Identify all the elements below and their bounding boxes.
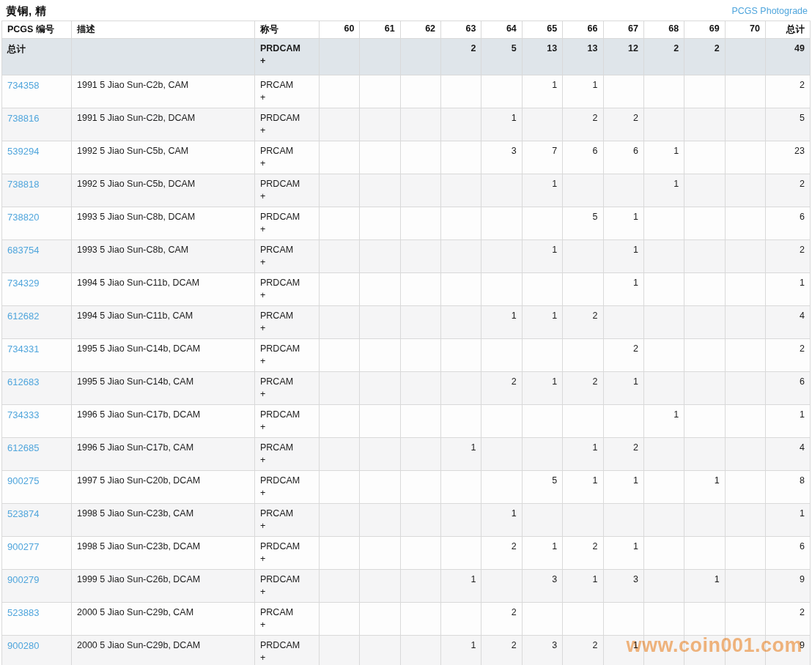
designation-code: PRDCAM: [260, 640, 314, 650]
designation-plus: +: [260, 356, 314, 366]
pcgs-number-link[interactable]: 523883: [7, 607, 39, 618]
pcgs-number-link[interactable]: 612683: [7, 376, 39, 387]
pcgs-number-link[interactable]: 612682: [7, 311, 39, 322]
designation-code: PRDCAM: [260, 475, 314, 486]
grade-count-68: [643, 207, 684, 240]
grade-count-62: [400, 504, 440, 537]
grade-count-61: [360, 108, 400, 141]
pcgs-number-link[interactable]: 738820: [7, 212, 39, 223]
grade-count-61: [360, 636, 400, 665]
grade-count-63: [441, 141, 481, 174]
designation-code: PRDCAM: [260, 541, 314, 551]
table-row: 7343311995 5 Jiao Sun-C14b, DCAMPRDCAM+2…: [2, 339, 811, 372]
grade-count-64: [481, 405, 522, 438]
grade-count-68: 1: [643, 141, 684, 174]
pcgs-number-link[interactable]: 900279: [7, 574, 39, 585]
grade-count-65: 3: [522, 636, 562, 665]
grade-count-61: [360, 438, 400, 471]
grade-count-64: 1: [481, 504, 522, 537]
grade-count-68: [643, 372, 684, 405]
table-row: 7388181992 5 Jiao Sun-C5b, DCAMPRDCAM+11…: [2, 174, 811, 207]
grade-count-65: [522, 504, 562, 537]
pcgs-number-link[interactable]: 539294: [7, 146, 39, 157]
grade-count-67: 1: [603, 471, 643, 504]
pcgs-number-cell: 738820: [2, 207, 72, 240]
pcgs-number-link[interactable]: 738816: [7, 113, 39, 124]
row-total: 9: [766, 636, 811, 665]
designation-cell: PRDCAM+: [255, 207, 320, 240]
designation-plus: +: [260, 290, 314, 300]
pcgs-number-link[interactable]: 734329: [7, 278, 39, 289]
grade-count-68: [643, 306, 684, 339]
grade-count-64: [481, 570, 522, 603]
row-total: 1: [766, 273, 811, 306]
grade-count-64: [481, 273, 522, 306]
grade-count-65: [522, 603, 562, 636]
designation-code: PRCAM: [260, 376, 314, 387]
grade-count-64: [481, 339, 522, 372]
totals-grade-64: 5: [481, 39, 522, 75]
grade-count-68: [643, 108, 684, 141]
pcgs-number-cell: 900275: [2, 471, 72, 504]
pcgs-number-link[interactable]: 734358: [7, 80, 39, 91]
grade-count-66: 2: [563, 537, 603, 570]
table-row: 7388161991 5 Jiao Sun-C2b, DCAMPRDCAM+12…: [2, 108, 811, 141]
grade-count-66: 1: [563, 471, 603, 504]
designation-code: PRCAM: [260, 508, 314, 519]
table-row: 7388201993 5 Jiao Sun-C8b, DCAMPRDCAM+51…: [2, 207, 811, 240]
col-header-grade-68: 68: [643, 21, 684, 39]
pcgs-number-link[interactable]: 683754: [7, 245, 39, 256]
pcgs-number-link[interactable]: 612685: [7, 442, 39, 453]
col-header-total: 总计: [766, 21, 811, 39]
row-total: 23: [766, 141, 811, 174]
pcgs-number-link[interactable]: 900280: [7, 640, 39, 651]
grade-count-64: 2: [481, 537, 522, 570]
pcgs-number-cell: 734358: [2, 75, 72, 108]
pcgs-number-link[interactable]: 734331: [7, 343, 39, 354]
pcgs-number-link[interactable]: 738818: [7, 179, 39, 190]
grade-count-69: [684, 339, 725, 372]
grade-count-66: 2: [563, 306, 603, 339]
grade-count-66: [563, 240, 603, 273]
pcgs-number-cell: 738816: [2, 108, 72, 141]
grade-count-60: [320, 306, 360, 339]
top-bar: 黄铜, 精 PCGS Photograde: [0, 0, 812, 21]
designation-plus: +: [260, 56, 314, 66]
grade-count-67: [603, 75, 643, 108]
grade-count-64: [481, 240, 522, 273]
grade-count-64: 2: [481, 636, 522, 665]
pcgs-number-link[interactable]: 734333: [7, 409, 39, 420]
grade-count-69: [684, 372, 725, 405]
grade-count-62: [400, 405, 440, 438]
pcgs-number-link[interactable]: 523874: [7, 508, 39, 519]
grade-count-70: [725, 372, 765, 405]
grade-count-60: [320, 570, 360, 603]
designation-cell: PRDCAM+: [255, 636, 320, 665]
grade-count-68: [643, 339, 684, 372]
grade-count-69: [684, 438, 725, 471]
grade-count-66: 1: [563, 570, 603, 603]
grade-count-62: [400, 273, 440, 306]
col-header-grade-70: 70: [725, 21, 765, 39]
grade-count-63: 1: [441, 570, 481, 603]
grade-count-62: [400, 339, 440, 372]
photograde-link[interactable]: PCGS Photograde: [731, 6, 808, 16]
designation-code: PRCAM: [260, 607, 314, 617]
grade-count-63: [441, 174, 481, 207]
designation-code: PRCAM: [260, 80, 314, 90]
grade-count-70: [725, 405, 765, 438]
grade-count-67: 1: [603, 273, 643, 306]
designation-cell: PRDCAM+: [255, 570, 320, 603]
row-total: 8: [766, 471, 811, 504]
grade-count-65: [522, 273, 562, 306]
grade-count-63: [441, 471, 481, 504]
pcgs-number-link[interactable]: 900277: [7, 541, 39, 552]
pcgs-number-link[interactable]: 900275: [7, 475, 39, 486]
totals-description: [72, 39, 255, 75]
grade-count-66: 1: [563, 75, 603, 108]
table-row: 7343291994 5 Jiao Sun-C11b, DCAMPRDCAM+1…: [2, 273, 811, 306]
grade-count-65: [522, 438, 562, 471]
grade-count-65: [522, 108, 562, 141]
pcgs-number-cell: 523874: [2, 504, 72, 537]
grade-count-64: [481, 471, 522, 504]
